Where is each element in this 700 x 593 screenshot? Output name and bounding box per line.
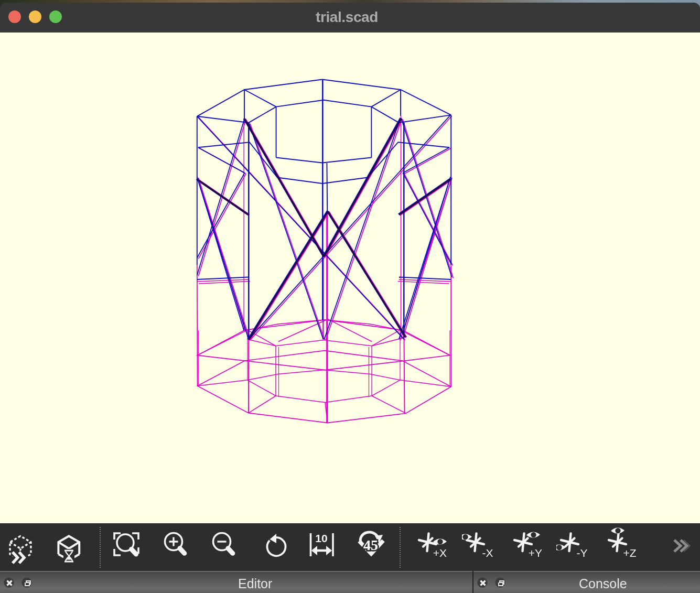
svg-text:+Y: +Y (529, 547, 542, 559)
svg-text:10: 10 (315, 532, 327, 544)
svg-text:-Y: -Y (577, 547, 588, 559)
svg-text:-X: -X (482, 547, 493, 559)
svg-text:+Z: +Z (623, 547, 636, 559)
svg-text:45: 45 (363, 537, 378, 553)
svg-text:+X: +X (433, 547, 447, 559)
